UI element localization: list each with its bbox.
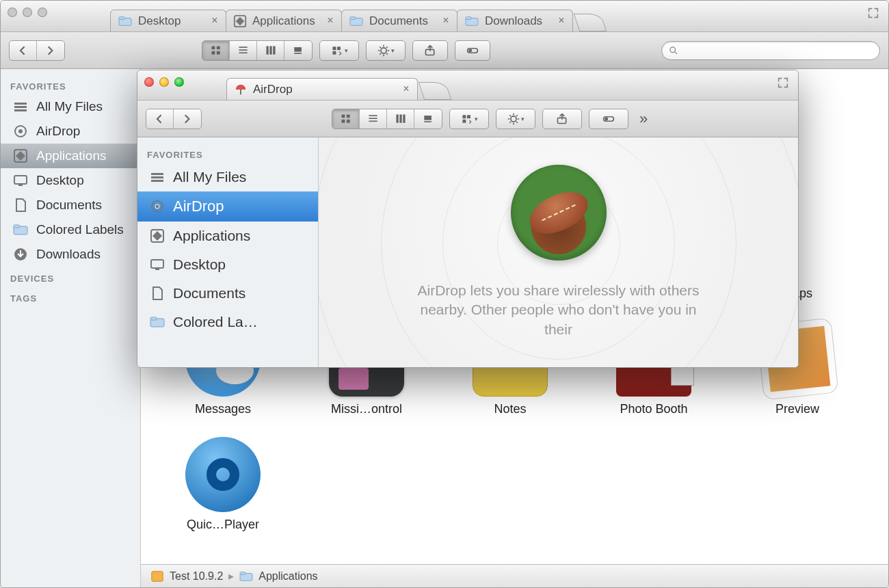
sidebar-item-desktop[interactable]: Desktop — [1, 168, 140, 193]
zoom-button[interactable] — [38, 8, 47, 17]
fullscreen-button[interactable] — [776, 77, 790, 88]
tab-label: Desktop — [138, 14, 181, 28]
close-tab-icon[interactable]: × — [556, 15, 567, 26]
sidebar-item-label: Applications — [36, 148, 106, 163]
tags-button[interactable] — [589, 109, 628, 129]
share-button[interactable] — [412, 40, 448, 61]
sidebar-item-label: Documents — [36, 198, 102, 213]
sidebar-item-applications[interactable]: Applications — [1, 144, 140, 168]
fullscreen-button[interactable] — [866, 8, 880, 18]
sidebar-item-colored-labels[interactable]: Colored La… — [137, 308, 318, 336]
doc-icon — [150, 286, 165, 301]
tab-applications[interactable]: Applications × — [226, 10, 342, 31]
share-button[interactable] — [542, 109, 582, 129]
sidebar-item-desktop[interactable]: Desktop — [137, 250, 318, 279]
close-button[interactable] — [144, 77, 154, 87]
sidebar-item-label: Colored La… — [173, 314, 258, 330]
airdrop-icon — [13, 124, 28, 139]
sidebar-item-label: Colored Labels — [36, 222, 124, 237]
sidebar-item-label: All My Files — [173, 169, 246, 185]
folder-icon — [150, 315, 165, 330]
forward-button[interactable] — [37, 41, 64, 60]
close-tab-icon[interactable]: × — [440, 15, 451, 26]
app-label: Notes — [494, 402, 526, 416]
close-tab-icon[interactable]: × — [401, 83, 412, 94]
sidebar-item-all-my-files[interactable]: All My Files — [137, 163, 318, 191]
arrange-button[interactable]: ▾ — [449, 109, 489, 129]
tab-bar: AirDrop × — [226, 77, 771, 100]
sidebar-item-all-my-files[interactable]: All My Files — [1, 94, 140, 119]
titlebar: Desktop × Applications × Documents × Dow… — [1, 1, 888, 32]
tab-airdrop[interactable]: AirDrop × — [226, 78, 418, 100]
airdrop-icon — [150, 199, 165, 214]
path-separator-icon: ▸ — [228, 570, 234, 583]
tab-bar: Desktop × Applications × Documents × Dow… — [110, 8, 854, 31]
tab-downloads[interactable]: Downloads × — [457, 10, 573, 31]
sidebar-item-colored-labels[interactable]: Colored Labels — [1, 217, 140, 242]
view-mode-buttons — [202, 40, 313, 61]
tab-desktop[interactable]: Desktop × — [110, 10, 226, 31]
tab-label: Downloads — [485, 14, 542, 28]
sidebar-item-label: Applications — [173, 228, 250, 244]
titlebar: AirDrop × — [137, 70, 798, 101]
toolbar-overflow-button[interactable]: » — [635, 110, 652, 128]
back-button[interactable] — [146, 109, 174, 129]
close-button[interactable] — [8, 8, 17, 17]
favorites-header: FAVORITES — [137, 143, 318, 163]
sidebar: FAVORITES All My Files AirDrop Applicati… — [137, 137, 319, 367]
sidebar-item-documents[interactable]: Documents — [137, 279, 318, 308]
list-view-button[interactable] — [230, 41, 257, 60]
tags-header: TAGS — [1, 286, 140, 306]
path-segment[interactable]: Applications — [258, 570, 317, 583]
zoom-button[interactable] — [174, 77, 184, 87]
folder-icon — [118, 15, 133, 27]
action-button[interactable]: ▾ — [496, 109, 535, 129]
new-tab-button[interactable] — [419, 82, 451, 100]
search-icon — [669, 46, 678, 55]
list-view-button[interactable] — [360, 109, 387, 129]
column-view-button[interactable] — [387, 109, 414, 129]
sidebar-item-downloads[interactable]: Downloads — [1, 242, 140, 267]
airdrop-tab-icon — [234, 83, 248, 96]
icon-view-button[interactable] — [332, 109, 360, 129]
sidebar-item-documents[interactable]: Documents — [1, 193, 140, 217]
apps-icon — [13, 148, 28, 163]
disk-icon — [150, 570, 164, 583]
folder-icon — [13, 222, 28, 237]
sidebar: FAVORITES All My Files AirDrop Applicati… — [1, 69, 141, 587]
column-view-button[interactable] — [257, 41, 284, 60]
action-button[interactable]: ▾ — [366, 40, 406, 61]
folder-icon — [239, 570, 253, 583]
user-avatar — [511, 165, 607, 260]
tags-button[interactable] — [455, 40, 490, 61]
tab-documents[interactable]: Documents × — [341, 10, 457, 31]
minimize-button[interactable] — [159, 77, 169, 87]
app-label: Preview — [775, 402, 819, 416]
coverflow-view-button[interactable] — [414, 109, 442, 129]
doc-icon — [13, 198, 28, 213]
sidebar-item-airdrop[interactable]: AirDrop — [137, 191, 318, 222]
app-quicktime-player[interactable]: Quic…Player — [168, 437, 278, 532]
coverflow-view-button[interactable] — [284, 41, 312, 60]
allmyfiles-icon — [13, 99, 28, 114]
sidebar-item-applications[interactable]: Applications — [137, 222, 318, 250]
search-field[interactable] — [661, 41, 880, 60]
arrange-button[interactable]: ▾ — [319, 40, 359, 61]
airdrop-message: AirDrop lets you share wirelessly with o… — [412, 281, 706, 339]
path-segment[interactable]: Test 10.9.2 — [170, 570, 223, 583]
close-tab-icon[interactable]: × — [325, 15, 336, 26]
app-label: Photo Booth — [620, 402, 687, 416]
tab-label: AirDrop — [253, 83, 293, 96]
forward-button[interactable] — [174, 109, 201, 129]
close-tab-icon[interactable]: × — [209, 15, 220, 26]
window-controls — [144, 77, 184, 87]
new-tab-button[interactable] — [574, 14, 607, 31]
sidebar-item-label: Documents — [173, 285, 246, 302]
sidebar-item-label: AirDrop — [173, 198, 224, 215]
back-button[interactable] — [10, 41, 37, 60]
icon-view-button[interactable] — [202, 41, 230, 60]
sidebar-item-airdrop[interactable]: AirDrop — [1, 119, 140, 144]
app-icon — [185, 437, 261, 512]
app-label: Quic…Player — [187, 518, 259, 532]
minimize-button[interactable] — [23, 8, 32, 17]
